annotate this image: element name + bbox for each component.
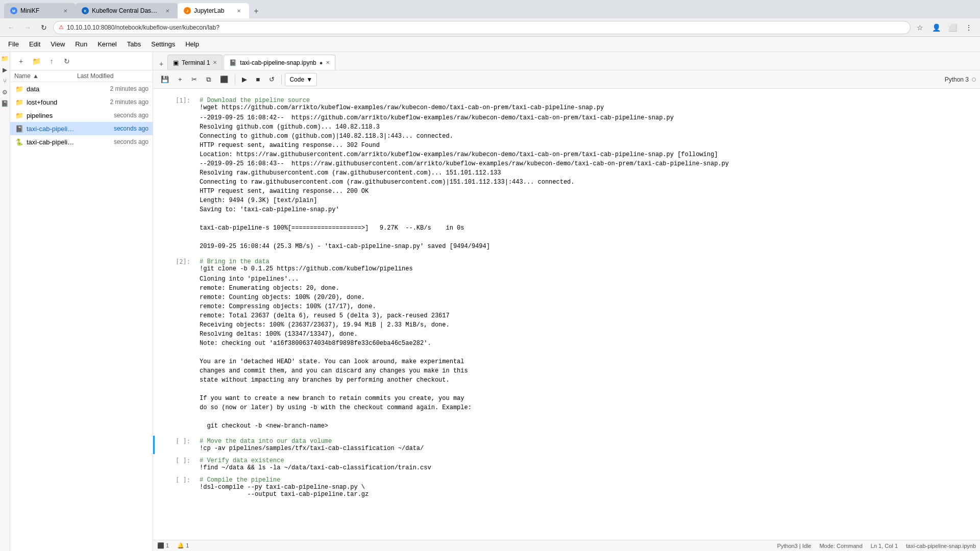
back-button[interactable]: ← [4, 20, 18, 35]
ipynb-icon: 📓 [14, 123, 24, 134]
comment-4: # Verify data existence [200, 457, 284, 464]
sidebar-toolbar: + 📁 ↑ ↻ [10, 52, 153, 70]
menu-file[interactable]: File [4, 39, 23, 49]
refresh-button[interactable]: ↻ [60, 55, 74, 68]
new-tab-button[interactable]: + [249, 4, 263, 18]
cell-type-selector[interactable]: Code ▼ [285, 73, 317, 86]
file-item-pipelines[interactable]: 📁 pipelines seconds ago [10, 109, 153, 122]
profile-button[interactable]: 👤 [929, 20, 943, 35]
comment-3: # Move the data into our data volume [200, 438, 332, 445]
tab-taxi-ipynb-close[interactable]: ✕ [326, 60, 330, 65]
nav-settings-icon[interactable]: ⚙ [1, 88, 10, 97]
notebook-toolbar: 💾 + ✂ ⧉ ⬛ ▶ ■ ↺ Code ▼ Python 3 [153, 70, 980, 89]
nav-folder-icon[interactable]: 📁 [1, 54, 10, 63]
kernel-dot [972, 78, 976, 82]
tab-jupyterlab[interactable]: J JupyterLab ✕ [178, 3, 249, 18]
add-cell-button[interactable]: + [175, 73, 186, 86]
tab-terminal1[interactable]: ▣ Terminal 1 ✕ [167, 55, 223, 70]
tab-terminal1-close[interactable]: ✕ [213, 60, 217, 65]
toolbar-separator-2 [281, 74, 282, 85]
file-name-lostfound: lost+found [27, 98, 77, 106]
cell-3: [ ]: # Move the data into our data volum… [153, 436, 980, 454]
tab-minikf[interactable]: M MiniKF ✕ [4, 3, 76, 18]
tab-kubeflow-close[interactable]: ✕ [163, 7, 172, 15]
address-bar[interactable]: ⚠ 10.10.10.10:8080/notebook/kubeflow-use… [53, 21, 911, 34]
cell-5-number: [ ]: [155, 474, 195, 500]
nav-notebook-icon[interactable]: 📓 [1, 99, 10, 108]
tab-minikf-close[interactable]: ✕ [61, 7, 69, 15]
cell-5: [ ]: # Compile the pipeline !dsl-compile… [153, 474, 980, 500]
cell-2-output-text: Cloning into 'pipelines'... remote: Enum… [200, 274, 972, 431]
name-column-header[interactable]: Name ▲ [14, 72, 77, 80]
upload-button[interactable]: ↑ [45, 55, 58, 68]
cell-4-content[interactable]: # Verify data existence !find ~/data && … [195, 455, 980, 473]
menu-run[interactable]: Run [71, 39, 91, 49]
tab-kubeflow[interactable]: K Kubeflow Central Dashboard ✕ [76, 3, 178, 18]
file-modified-pipelines: seconds ago [77, 112, 149, 119]
cell-3-content[interactable]: # Move the data into our data volume !cp… [195, 436, 980, 454]
file-modified-taxi-ipynb: seconds ago [77, 125, 149, 132]
paste-button[interactable]: ⬛ [216, 73, 232, 86]
menu-view[interactable]: View [46, 39, 69, 49]
menu-edit[interactable]: Edit [25, 39, 44, 49]
folder-icon-lostfound: 📁 [14, 97, 24, 107]
restart-button[interactable]: ↺ [265, 73, 278, 86]
cell-5-content[interactable]: # Compile the pipeline !dsl-compile --py… [195, 474, 980, 500]
file-item-taxi-py[interactable]: 🐍 taxi-cab-pipeline-snap.py seconds ago [10, 135, 153, 148]
cell-1-content[interactable]: # Download the pipeline source !wget htt… [195, 95, 980, 255]
browser-tabs: M MiniKF ✕ K Kubeflow Central Dashboard … [0, 0, 980, 18]
menu-help[interactable]: Help [181, 39, 203, 49]
notebook-content: [1]: # Download the pipeline source !wge… [153, 89, 980, 540]
menu-tabs[interactable]: Tabs [123, 39, 145, 49]
nav-git-icon[interactable]: ⑂ [1, 77, 10, 86]
cell-5-input: # Compile the pipeline !dsl-compile --py… [200, 477, 976, 498]
run-button[interactable]: ▶ [238, 73, 251, 86]
cursor-status: Ln 1, Col 1 [871, 543, 898, 549]
cut-button[interactable]: ✂ [188, 73, 201, 86]
modified-indicator: ● [320, 60, 323, 66]
app-container: File Edit View Run Kernel Tabs Settings … [0, 37, 980, 551]
cell-4-number: [ ]: [155, 455, 195, 473]
tab-kubeflow-title: Kubeflow Central Dashboard [92, 7, 160, 14]
jupyterlab-favicon: J [184, 7, 191, 14]
menu-kernel[interactable]: Kernel [93, 39, 121, 49]
new-folder-button[interactable]: 📁 [30, 55, 43, 68]
tab-jupyterlab-close[interactable]: ✕ [235, 7, 243, 15]
copy-button[interactable]: ⧉ [203, 73, 214, 86]
kernel-status-text: Python3 | Idle [777, 543, 811, 549]
forward-button[interactable]: → [20, 20, 35, 35]
file-item-data[interactable]: 📁 data 2 minutes ago [10, 82, 153, 95]
cell-2-content[interactable]: # Bring in the data !git clone -b 0.1.25… [195, 256, 980, 435]
cell-4-input: # Verify data existence !find ~/data && … [200, 457, 976, 471]
bookmark-button[interactable]: ☆ [913, 20, 927, 35]
stop-button[interactable]: ■ [253, 73, 264, 86]
cell-2-input: # Bring in the data !git clone -b 0.1.25… [200, 258, 976, 272]
menu-bar: File Edit View Run Kernel Tabs Settings … [0, 37, 980, 52]
ipynb-tab-icon: 📓 [229, 59, 237, 66]
save-button[interactable]: 💾 [157, 73, 173, 86]
extensions-button[interactable]: ⬜ [945, 20, 960, 35]
toolbar-separator-1 [235, 74, 235, 85]
menu-settings[interactable]: Settings [147, 39, 179, 49]
tab-taxi-ipynb[interactable]: 📓 taxi-cab-pipeline-snap.ipynb ● ✕ [224, 55, 335, 70]
file-item-taxi-ipynb[interactable]: 📓 taxi-cab-pipeline-snap.ip... seconds a… [10, 122, 153, 135]
file-item-lostfound[interactable]: 📁 lost+found 2 minutes ago [10, 95, 153, 109]
file-modified-data: 2 minutes ago [77, 85, 149, 92]
cell-1-number: [1]: [155, 95, 195, 255]
new-launcher-button[interactable]: + [14, 55, 28, 68]
status-indicator-2: 🔔 1 [177, 542, 189, 549]
browser-chrome: M MiniKF ✕ K Kubeflow Central Dashboard … [0, 0, 980, 37]
file-name-taxi-py: taxi-cab-pipeline-snap.py [27, 138, 77, 146]
cell-3-code: # Move the data into our data volume !cp… [200, 438, 976, 452]
file-name-taxi-ipynb: taxi-cab-pipeline-snap.ip... [27, 125, 77, 133]
comment: # Download the pipeline source [200, 97, 310, 104]
cell-type-chevron: ▼ [306, 76, 312, 83]
tab-jupyterlab-title: JupyterLab [194, 7, 232, 14]
file-list-header: Name ▲ Last Modified [10, 70, 153, 82]
reload-button[interactable]: ↻ [37, 20, 51, 35]
folder-icon: 📁 [14, 84, 24, 94]
new-nb-button[interactable]: + [155, 58, 167, 70]
security-icon: ⚠ [59, 24, 64, 31]
menu-button[interactable]: ⋮ [962, 20, 976, 35]
nav-run-icon[interactable]: ▶ [1, 65, 10, 74]
